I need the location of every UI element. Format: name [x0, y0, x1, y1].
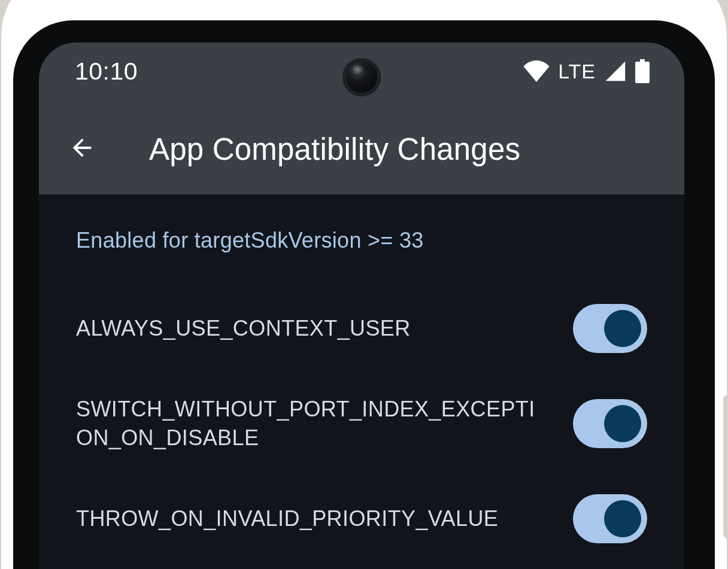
status-right-cluster: LTE	[523, 59, 650, 83]
pref-row[interactable]: ALWAYS_USE_CONTEXT_USER	[76, 282, 647, 375]
pref-row[interactable]: SWITCH_WITHOUT_PORT_INDEX_EXCEPTION_ON_D…	[76, 375, 647, 472]
toggle-thumb	[604, 405, 641, 442]
settings-list: Enabled for targetSdkVersion >= 33 ALWAY…	[39, 194, 684, 565]
pref-toggle[interactable]	[573, 494, 647, 543]
cellular-signal-icon	[604, 60, 627, 82]
wifi-icon	[523, 60, 550, 82]
phone-screen: 10:10 LTE	[39, 42, 684, 569]
back-button[interactable]	[68, 135, 96, 163]
app-toolbar: App Compatibility Changes	[39, 100, 684, 172]
status-clock: 10:10	[75, 57, 138, 86]
pref-label: THROW_ON_INVALID_PRIORITY_VALUE	[76, 504, 549, 533]
network-type-label: LTE	[558, 60, 596, 83]
page-title: App Compatibility Changes	[149, 132, 656, 167]
pref-row[interactable]: THROW_ON_INVALID_PRIORITY_VALUE	[76, 472, 647, 565]
pref-label: SWITCH_WITHOUT_PORT_INDEX_EXCEPTION_ON_D…	[76, 395, 549, 452]
pref-toggle[interactable]	[573, 304, 647, 353]
front-camera-punch	[342, 58, 381, 96]
section-header: Enabled for targetSdkVersion >= 33	[76, 228, 647, 253]
battery-icon	[635, 59, 650, 83]
device-side-button	[723, 395, 728, 538]
toggle-thumb	[604, 310, 641, 347]
toggle-thumb	[604, 500, 641, 537]
pref-toggle[interactable]	[573, 399, 647, 448]
pref-label: ALWAYS_USE_CONTEXT_USER	[76, 314, 549, 343]
arrow-back-icon	[68, 134, 96, 164]
